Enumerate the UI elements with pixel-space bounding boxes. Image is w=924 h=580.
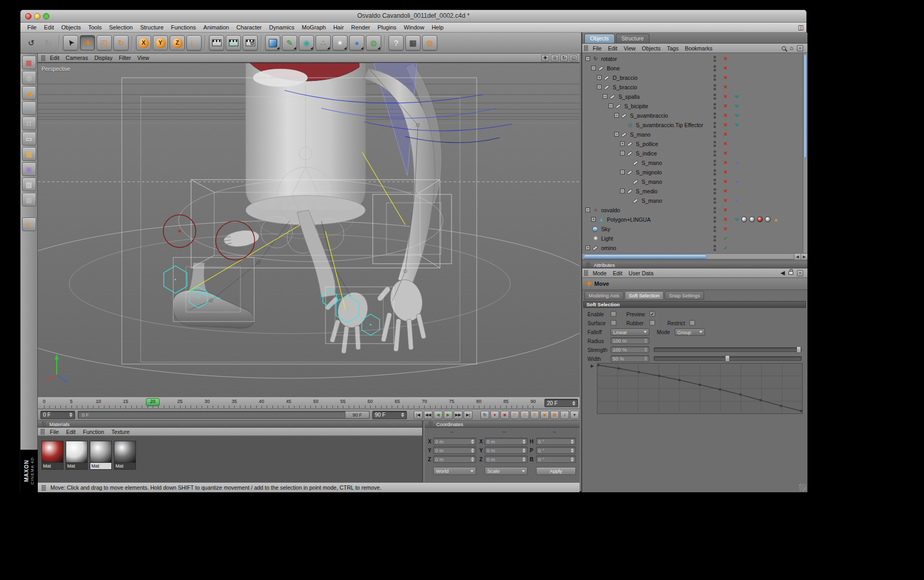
panel-grip[interactable] (586, 262, 590, 268)
field-stepper[interactable] (569, 457, 574, 462)
render-view-button[interactable] (209, 35, 224, 50)
visibility-toggles[interactable] (712, 188, 718, 195)
object-row-sky[interactable]: Sky✕ (582, 224, 803, 234)
disabled-cross-icon[interactable]: ✕ (723, 94, 728, 99)
claw-tag-icon[interactable]: Ψ (733, 216, 740, 223)
editor-visibility-dot[interactable] (713, 216, 716, 219)
menu-functions[interactable]: Functions (167, 24, 200, 30)
viewport-menu-filter[interactable]: Filter (116, 55, 134, 61)
add-panel-icon[interactable]: + (797, 45, 803, 51)
object-row-s-bicipite[interactable]: −S_bicipite✕Ψ (582, 101, 803, 111)
render-visibility-dot[interactable] (713, 69, 716, 71)
sphere-tag-icon[interactable] (741, 216, 747, 222)
curve-expander-icon[interactable]: ▶ (591, 364, 594, 368)
field-stepper[interactable] (469, 439, 474, 444)
edges-mode-button[interactable]: ▭ (22, 132, 36, 146)
disabled-cross-icon[interactable]: ✕ (723, 75, 728, 80)
menu-hair[interactable]: Hair (330, 24, 348, 30)
visibility-toggles[interactable] (712, 207, 718, 214)
render-visibility-dot[interactable] (713, 97, 716, 100)
editor-visibility-dot[interactable] (713, 112, 716, 115)
add-spline-button[interactable]: ✎ (282, 35, 297, 50)
home-icon[interactable]: ⌂ (790, 45, 793, 51)
rubber-checkbox[interactable] (649, 320, 655, 326)
editor-visibility-dot[interactable] (713, 56, 716, 58)
visibility-toggles[interactable] (712, 245, 718, 252)
render-visibility-dot[interactable] (713, 163, 716, 166)
disabled-cross-icon[interactable]: ✕ (723, 131, 728, 137)
materials-menu-texture[interactable]: Texture (108, 429, 133, 435)
lock-z-axis-button[interactable]: Z (170, 35, 185, 50)
expand-toggle-icon[interactable]: − (585, 56, 590, 61)
claw-tag-icon[interactable]: Ψ (733, 103, 740, 109)
history-back-icon[interactable]: ◀ (781, 270, 785, 276)
viewport-menu-edit[interactable]: Edit (47, 55, 62, 61)
editor-visibility-dot[interactable] (713, 179, 716, 181)
range-end-field[interactable]: 90 F (372, 411, 407, 419)
expand-toggle-icon[interactable]: − (620, 189, 625, 193)
slider-end-handle[interactable]: 90 F (345, 411, 369, 418)
visibility-toggles[interactable] (712, 226, 718, 233)
material-thumb[interactable]: Mat (114, 441, 136, 470)
render-visibility-dot[interactable] (713, 220, 716, 223)
objects-menu-edit[interactable]: Edit (605, 45, 621, 51)
render-visibility-dot[interactable] (713, 78, 716, 81)
render-visibility-dot[interactable] (713, 135, 716, 138)
window-resize-grip[interactable] (799, 484, 806, 491)
soft-selection-section-header[interactable]: Soft Selection (583, 301, 806, 308)
materials-menu-edit[interactable]: Edit (62, 429, 79, 435)
object-tree-vertical-scrollbar[interactable] (803, 53, 807, 253)
object-row-s-pollice[interactable]: +S_pollice✕ (582, 139, 803, 149)
viewport-camera-label[interactable]: Perspective (41, 66, 70, 72)
add-primitive-button[interactable] (265, 35, 280, 50)
manager-tab-structure[interactable]: Structure (616, 34, 650, 43)
uv-polygons-mode-button[interactable]: ▨ (22, 178, 36, 191)
object-row-s-avambraccio-tip-effector[interactable]: ◎S_avambraccio.Tip Effector✕Ψ (582, 120, 803, 130)
play-backwards-button[interactable]: ◀ (434, 411, 443, 419)
enabled-check-icon[interactable]: ✓ (723, 235, 728, 241)
object-row-s-braccio[interactable]: −S_braccio✕ (582, 82, 803, 92)
expand-toggle-icon[interactable]: + (597, 75, 602, 80)
menu-selection[interactable]: Selection (106, 24, 136, 30)
panel-grip[interactable] (584, 45, 588, 51)
expand-toggle-icon[interactable]: + (591, 217, 596, 222)
disabled-cross-icon[interactable]: ✕ (723, 216, 728, 222)
purple-tag-icon[interactable]: ● (733, 198, 740, 204)
editor-visibility-dot[interactable] (713, 103, 716, 106)
expand-toggle-icon[interactable]: − (614, 113, 619, 118)
render-visibility-dot[interactable] (713, 59, 716, 62)
claw-tag-icon[interactable]: Ψ (733, 94, 740, 100)
position-z-field[interactable]: 0 m (433, 455, 476, 463)
object-row-rotator[interactable]: −↻rotator✕ (582, 54, 803, 64)
materials-panel-header[interactable]: Materials (38, 421, 422, 428)
rotation-h-field[interactable]: 0 ° (536, 438, 576, 445)
radius-field[interactable]: 100 m (611, 337, 649, 344)
add-modeling-object-button[interactable]: ∴ (316, 35, 331, 50)
add-instance-button[interactable]: ◍ (366, 35, 381, 50)
scale-tool-button[interactable]: ◰ (97, 35, 112, 50)
size-x-field[interactable]: 0 m (485, 438, 528, 445)
material-thumb[interactable]: Mat (66, 441, 88, 470)
claw-tag-icon[interactable]: Ψ (733, 122, 740, 128)
make-editable-button[interactable]: ▦ (22, 56, 36, 69)
live-selection-button[interactable]: ➤ (63, 35, 78, 50)
object-row-s-mano[interactable]: S_mano✕● (582, 177, 803, 187)
field-stepper[interactable] (643, 356, 647, 361)
disabled-cross-icon[interactable]: ✕ (723, 179, 728, 184)
render-visibility-dot[interactable] (713, 230, 716, 232)
editor-visibility-dot[interactable] (713, 122, 716, 125)
editor-visibility-dot[interactable] (713, 188, 716, 191)
points-mode-button[interactable]: ∷ (22, 117, 36, 130)
texture-mode-button[interactable]: ◢ (22, 86, 36, 100)
goto-start-button[interactable]: |◀ (414, 411, 423, 419)
render-settings-button[interactable] (243, 35, 258, 50)
lock-y-axis-button[interactable]: Y (153, 35, 168, 50)
panel-grip[interactable] (428, 421, 433, 427)
add-environment-button[interactable]: ● (349, 35, 364, 50)
lock-x-axis-button[interactable]: X (136, 35, 151, 50)
expand-toggle-icon[interactable]: − (597, 85, 602, 89)
sound-button[interactable]: ♪ (560, 411, 569, 419)
panel-grip[interactable] (40, 429, 45, 434)
editor-visibility-dot[interactable] (713, 75, 716, 77)
field-stepper[interactable] (469, 457, 474, 462)
